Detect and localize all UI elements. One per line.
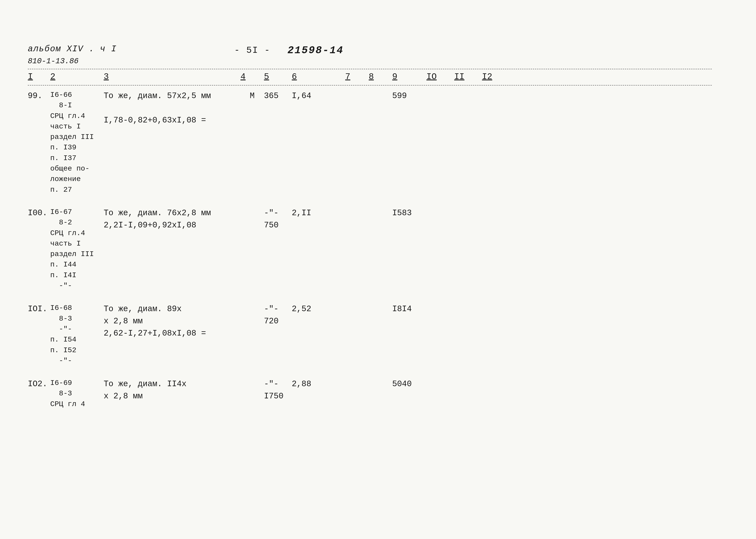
col-header-8: 8	[369, 70, 392, 83]
entry-100-total: I583	[392, 207, 426, 219]
entry-102-num: IO2.	[28, 378, 50, 390]
entry-101-total: I8I4	[392, 303, 426, 315]
entry-99-price: I,64	[292, 90, 345, 102]
entry-100: I00. I6-67 8-2 СРЦ гл.4 часть I раздел I…	[28, 207, 728, 291]
entry-101: IOI. I6-68 8-3 -"- п. I54 п. I52 -"- То …	[28, 303, 728, 366]
entry-99-total: 599	[392, 90, 426, 102]
col-header-5: 5	[264, 70, 292, 83]
entry-100-qty: -"- 750	[264, 207, 292, 231]
col-header-9: 9	[392, 70, 426, 83]
entry-102-desc: То же, диам. II4х х 2,8 мм	[104, 378, 241, 402]
entry-102-qty: -"- I750	[264, 378, 292, 402]
col-header-6: 6	[292, 70, 345, 83]
entry-99-desc: То же, диам. 57х2,5 мм I,78-0,82+0,63хI,…	[104, 90, 241, 126]
col-header-1: I	[28, 70, 50, 83]
content-area: альбом XIV . ч I 810-1-13.86 - 5I - 2159…	[28, 43, 728, 421]
doc-number: 21598-14	[287, 43, 343, 58]
entry-102-price: 2,88	[292, 378, 345, 390]
center-label: - 5I -	[234, 44, 270, 57]
col-header-7: 7	[345, 70, 369, 83]
entry-102-code: I6-69 8-3 СРЦ гл 4	[50, 378, 104, 410]
col-header-10: IO	[426, 70, 454, 83]
entry-101-price: 2,52	[292, 303, 345, 315]
col-header-2: 2	[50, 70, 104, 83]
entry-99-unit: М	[241, 90, 264, 102]
entry-100-num: I00.	[28, 207, 50, 219]
col-header-12: I2	[482, 70, 510, 83]
sub-label: 810-1-13.86	[28, 55, 117, 67]
entry-101-num: IOI.	[28, 303, 50, 315]
entry-102: IO2. I6-69 8-3 СРЦ гл 4 То же, диам. II4…	[28, 378, 728, 410]
entry-99-code: I6-66 8-I СРЦ гл.4 часть I раздел III п.…	[50, 90, 104, 195]
column-headers: I 2 3 4 5 6 7 8 9 IO II I2	[28, 70, 712, 86]
entry-101-code: I6-68 8-3 -"- п. I54 п. I52 -"-	[50, 303, 104, 366]
entry-102-total: 5040	[392, 378, 426, 390]
header-right: - 5I - 21598-14	[234, 43, 344, 58]
entry-99-qty: 365	[264, 90, 292, 102]
entry-101-desc: То же, диам. 89х х 2,8 мм 2,62-I,27+I,08…	[104, 303, 241, 340]
col-header-3: 3	[104, 70, 241, 83]
entry-100-price: 2,II	[292, 207, 345, 219]
col-header-11: II	[454, 70, 482, 83]
entry-99-num: 99.	[28, 90, 50, 102]
page: альбом XIV . ч I 810-1-13.86 - 5I - 2159…	[0, 0, 756, 539]
dashed-separator-1	[28, 69, 712, 69]
entry-101-qty: -"- 720	[264, 303, 292, 327]
entry-100-code: I6-67 8-2 СРЦ гл.4 часть I раздел III п.…	[50, 207, 104, 291]
col-header-4: 4	[241, 70, 264, 83]
header-row: альбом XIV . ч I 810-1-13.86 - 5I - 2159…	[28, 43, 728, 67]
entry-99: 99. I6-66 8-I СРЦ гл.4 часть I раздел II…	[28, 90, 728, 195]
entry-100-desc: То же, диам. 76х2,8 мм 2,2I-I,09+0,92хI,…	[104, 207, 241, 231]
album-label: альбом XIV . ч I	[28, 43, 117, 55]
header-left: альбом XIV . ч I 810-1-13.86	[28, 43, 117, 67]
